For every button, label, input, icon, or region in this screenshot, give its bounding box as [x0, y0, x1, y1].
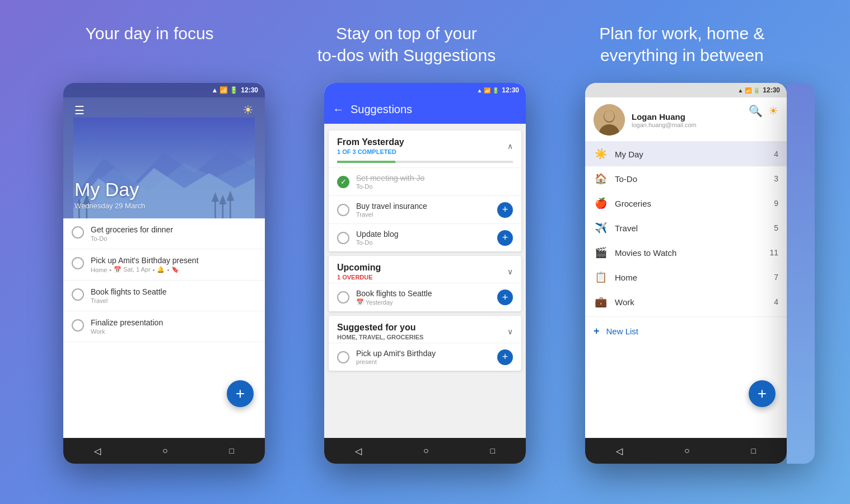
phone1-todo-list: Get groceries for dinner To-Do Pick up A… [63, 218, 265, 438]
add-btn-3[interactable]: + [497, 230, 513, 246]
phone3-battery-icon: 🔋 [753, 87, 760, 94]
item-sub-suggested-1: present [356, 358, 491, 365]
item-title-2: Buy travel insurance [356, 202, 491, 211]
header-row: Your day in focus Stay on top of your to… [0, 0, 850, 83]
progress-bar-fill [337, 161, 395, 163]
work-label: Work [615, 297, 767, 307]
section-upcoming-sub: 1 OVERDUE [337, 274, 381, 281]
suggestion-item-1[interactable]: ✓ Set meeting with Jo To-Do [329, 167, 521, 195]
todo-circle-2[interactable] [72, 257, 84, 269]
avatar-svg [594, 104, 625, 136]
myday-label: My Day [615, 150, 767, 159]
item-sub-upcoming-1: 📅Yesterday [356, 298, 491, 306]
suggestion-item-upcoming-1[interactable]: Book flights to Seattle 📅Yesterday + [329, 283, 521, 311]
list-nav-home[interactable]: 📋 Home 7 [585, 265, 787, 290]
new-list-label: New List [606, 326, 639, 336]
todo-circle-4[interactable] [72, 319, 84, 332]
phone4-peek [787, 83, 815, 464]
travel-label: Travel [615, 223, 767, 233]
todo-item-4[interactable]: Finalize presentation Work [63, 311, 265, 342]
section-upcoming-chevron[interactable]: ∨ [507, 267, 513, 276]
svg-rect-12 [230, 200, 231, 218]
phone3: ▲ 📶 🔋 12:30 Logan Huang [585, 83, 787, 464]
section-upcoming-title: Upcoming [337, 263, 381, 273]
list-nav-work[interactable]: 💼 Work 4 [585, 290, 787, 314]
phone3-signal-icon: 📶 [745, 87, 751, 94]
work-icon: 💼 [594, 296, 608, 308]
phone1-fab[interactable]: + [227, 380, 254, 407]
todo-item-1[interactable]: Get groceries for dinner To-Do [63, 218, 265, 249]
phone2-nav-back[interactable]: ◁ [355, 446, 362, 456]
phone2-nav-home[interactable]: ○ [423, 446, 429, 456]
home-label: Home [615, 273, 767, 282]
add-btn-suggested-1[interactable]: + [497, 349, 513, 365]
nav-home-icon[interactable]: ○ [162, 446, 168, 456]
phone3-wrapper: ▲ 📶 🔋 12:30 Logan Huang [585, 83, 787, 464]
todo-sub-4: Work [91, 328, 163, 335]
nav-back-icon[interactable]: ◁ [94, 446, 101, 456]
phone1: ▲ 📶 🔋 12:30 ☰ ☀ [63, 83, 265, 464]
profile-email: logan.huang@mail.com [632, 122, 778, 128]
list-nav-myday[interactable]: ☀️ My Day 4 [585, 142, 787, 166]
profile-actions: 🔍 ☀ [749, 104, 778, 118]
section-from-yesterday-chevron[interactable]: ∧ [507, 142, 513, 151]
todo-title-4: Finalize presentation [91, 318, 163, 327]
item-title-upcoming-1: Book flights to Seattle [356, 289, 491, 298]
phone3-status-bar: ▲ 📶 🔋 12:30 [585, 83, 787, 97]
section-suggested-chevron[interactable]: ∨ [507, 327, 513, 336]
suggestion-item-3[interactable]: Update blog To-Do + [329, 223, 521, 251]
phone1-status-icons: ▲ 📶 🔋 [211, 86, 238, 94]
list-nav-groceries[interactable]: 🍎 Groceries 9 [585, 191, 787, 216]
circle-empty-2[interactable] [337, 204, 349, 216]
phone3-nav-recent[interactable]: □ [751, 446, 756, 455]
work-count: 4 [774, 297, 778, 306]
phone1-status-bar: ▲ 📶 🔋 12:30 [63, 83, 265, 97]
circle-done-1[interactable]: ✓ [337, 176, 349, 188]
new-list-row[interactable]: + New List [585, 319, 787, 343]
list-nav-travel[interactable]: ✈️ Travel 5 [585, 216, 787, 240]
svg-rect-8 [214, 201, 216, 219]
phone2: ▲ 📶 🔋 12:30 ← Suggestions From Yesterday… [324, 83, 526, 464]
hamburger-icon[interactable]: ☰ [74, 104, 85, 117]
svg-point-17 [604, 110, 614, 122]
circle-empty-3[interactable] [337, 232, 349, 244]
phone3-fab[interactable]: + [749, 380, 776, 407]
todo-sub-2: Home•📅 Sat, 1 Apr•🔔•🔖 [91, 266, 199, 273]
phone1-time: 12:30 [241, 86, 258, 94]
circle-empty-suggested-1[interactable] [337, 351, 349, 363]
circle-empty-upcoming-1[interactable] [337, 291, 349, 304]
phone3-nav-home[interactable]: ○ [684, 446, 690, 456]
todo-item-2[interactable]: Pick up Amit's Birthday present Home•📅 S… [63, 249, 265, 281]
plus-icon: + [594, 325, 600, 337]
list-nav-todo[interactable]: 🏠 To-Do 3 [585, 166, 787, 191]
suggestions-title: Suggestions [351, 103, 412, 116]
groceries-icon: 🍎 [594, 197, 608, 209]
header-col2: Stay on top of your to-dos with Suggesti… [317, 22, 496, 66]
phone1-title: My Day [74, 179, 145, 200]
section-from-yesterday-title: From Yesterday [337, 137, 404, 147]
phone3-profile: Logan Huang logan.huang@mail.com 🔍 ☀ [585, 97, 787, 142]
phone2-status-icons: ▲ 📶 🔋 [477, 87, 499, 94]
suggestion-item-2[interactable]: Buy travel insurance Travel + [329, 195, 521, 223]
add-btn-upcoming-1[interactable]: + [497, 290, 513, 305]
phone2-time: 12:30 [502, 86, 519, 94]
sun-settings-icon[interactable]: ☀ [768, 104, 778, 118]
todo-title-1: Get groceries for dinner [91, 225, 173, 234]
nav-recent-icon[interactable]: □ [230, 446, 234, 455]
brightness-icon[interactable]: ☀ [242, 103, 254, 118]
suggestion-item-suggested-1[interactable]: Pick up Amit's Birthday present + [329, 343, 521, 371]
phone3-nav-back[interactable]: ◁ [616, 446, 623, 456]
list-nav-movies[interactable]: 🎬 Movies to Watch 11 [585, 240, 787, 265]
phone2-signal-icon: 📶 [484, 87, 491, 94]
add-btn-2[interactable]: + [497, 202, 513, 218]
todo-circle-1[interactable] [72, 226, 84, 239]
search-icon[interactable]: 🔍 [749, 104, 763, 118]
movies-icon: 🎬 [594, 246, 608, 259]
todo-circle-3[interactable] [72, 288, 84, 301]
phone2-nav-recent[interactable]: □ [491, 446, 495, 455]
back-arrow-icon[interactable]: ← [333, 103, 344, 116]
phone1-nav: ◁ ○ □ [63, 438, 265, 464]
progress-bar-wrap [337, 161, 513, 163]
section-from-yesterday: From Yesterday 1 OF 3 COMPLETED ∧ ✓ Set … [329, 130, 521, 251]
todo-item-3[interactable]: Book flights to Seattle Travel [63, 281, 265, 311]
